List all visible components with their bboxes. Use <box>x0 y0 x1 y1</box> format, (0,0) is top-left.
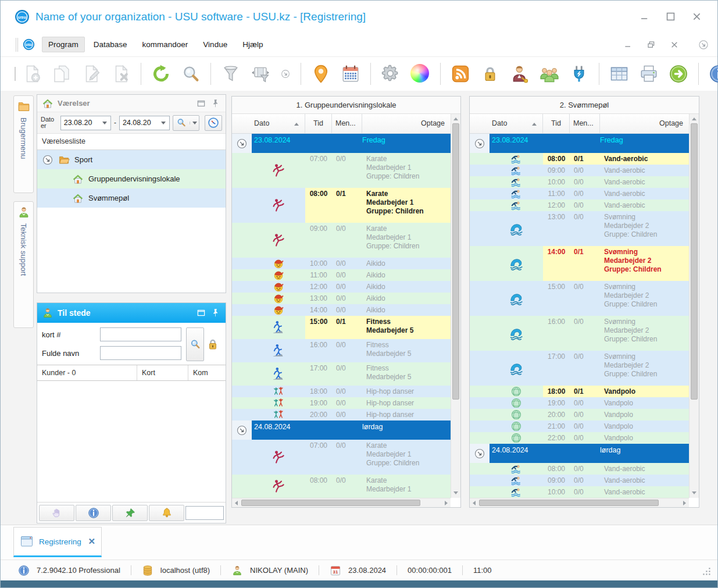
schedule-date-row[interactable]: 24.08.2024lørdag <box>232 420 451 440</box>
vertical-scrollbar[interactable] <box>689 114 699 498</box>
date-to-combobox[interactable]: 24.08.20 <box>119 116 170 130</box>
column-header-optage[interactable]: Optage <box>362 114 451 133</box>
filter-button[interactable] <box>217 60 244 87</box>
schedule-slot-row[interactable]: 12:000/0Aikido <box>232 281 451 293</box>
scrollbar-thumb[interactable] <box>479 500 659 506</box>
user-access-button[interactable] <box>506 60 533 87</box>
schedule-slot-row[interactable]: 16:000/0SvømningMedarbejder 2Gruppe: Chi… <box>470 316 689 351</box>
sidebar-tab-teknisk-support[interactable]: Teknisk support <box>13 201 34 328</box>
rooms-list-header[interactable]: Værelsesliste <box>37 134 226 150</box>
schedule-date-row[interactable]: 23.08.2024Fredag <box>232 134 451 153</box>
schedule-slot-row[interactable]: 15:000/1FitnessMedarbejder 5 <box>232 316 451 339</box>
schedule-slot-row[interactable]: 14:000/1SvømningMedarbejder 2Gruppe: Chi… <box>470 246 689 281</box>
lock-button[interactable] <box>477 60 503 87</box>
schedule-slot-row[interactable]: 11:000/0Aikido <box>232 269 451 281</box>
mdi-restore-icon[interactable] <box>646 40 656 49</box>
plugin-button[interactable] <box>566 60 592 87</box>
schedule-slot-row[interactable]: 22:000/0Vandpolo <box>470 432 689 444</box>
schedule-slot-row[interactable]: 17:000/0SvømningMedarbejder 2Gruppe: Chi… <box>470 351 689 386</box>
table-view-button[interactable] <box>606 60 633 87</box>
schedule-slot-row[interactable]: 07:000/0KarateMedarbejder 1Gruppe: Child… <box>232 153 451 188</box>
expand-arrow-icon[interactable] <box>42 154 53 166</box>
schedule-slot-row[interactable]: 12:000/0Vand-aerobic <box>470 199 689 211</box>
column-header-dato[interactable]: Dato <box>232 114 305 133</box>
schedule-slot-row[interactable]: 08:000/1KarateMedarbejder 1Gruppe: Child… <box>232 188 451 223</box>
search-split-button[interactable] <box>173 115 199 131</box>
info-button[interactable] <box>76 505 111 521</box>
drag-handle[interactable] <box>16 38 18 52</box>
schedule-slot-row[interactable]: 17:000/0FitnessMedarbejder 5 <box>232 362 451 386</box>
column-header-kunder[interactable]: Kunder - 0 <box>37 365 137 380</box>
expand-arrow-icon[interactable] <box>474 448 485 459</box>
schedule-slot-row[interactable]: 19:000/0Vandpolo <box>470 397 689 409</box>
toolbar-overflow-button[interactable] <box>277 60 294 87</box>
settings-button[interactable] <box>377 60 404 87</box>
tree-item-gruppeundervisningslokale[interactable]: Gruppeundervisningslokale <box>37 169 226 188</box>
bell-button[interactable] <box>149 505 184 521</box>
expand-arrow-icon[interactable] <box>236 138 248 149</box>
card-number-input[interactable] <box>100 327 181 341</box>
schedule-date-row[interactable]: 23.08.2024Fredag <box>470 134 689 153</box>
schedule-slot-row[interactable]: 11:000/0Vand-aerobic <box>470 188 689 199</box>
column-header-optage[interactable]: Optage <box>600 114 689 133</box>
presence-footer-input[interactable] <box>185 506 224 520</box>
appearance-button[interactable] <box>407 60 434 87</box>
scrollbar-thumb[interactable] <box>691 123 698 400</box>
filter-panel-button[interactable] <box>247 60 274 87</box>
column-header-tid[interactable]: Tid <box>543 114 570 133</box>
scrollbar-thumb[interactable] <box>241 500 420 506</box>
menu-overflow-icon[interactable] <box>698 39 709 51</box>
schedule-slot-row[interactable]: 20:000/0Vandpolo <box>470 409 689 420</box>
schedule-slot-row[interactable]: 08:000/0Vand-aerobic <box>470 463 689 475</box>
schedule-slot-row[interactable]: 14:000/0Aikido <box>232 304 451 316</box>
horizontal-scrollbar[interactable] <box>470 498 689 507</box>
presence-search-button[interactable] <box>186 327 204 361</box>
copy-record-button[interactable] <box>48 60 75 87</box>
chevron-down-icon[interactable] <box>102 122 107 124</box>
full-name-input[interactable] <box>100 346 181 360</box>
schedule-slot-row[interactable]: 13:000/0SvømningMedarbejder 2Gruppe: Chi… <box>470 211 689 246</box>
feed-button[interactable] <box>447 60 474 87</box>
schedule-date-row[interactable]: 24.08.2024lørdag <box>470 444 689 463</box>
schedule-slot-row[interactable]: 13:000/0Aikido <box>232 293 451 304</box>
column-header-men[interactable]: Men... <box>570 114 600 133</box>
column-header-tid[interactable]: Tid <box>305 114 332 133</box>
schedule-slot-row[interactable]: 09:000/0KarateMedarbejder 1Gruppe: Child… <box>232 223 451 258</box>
schedule-slot-row[interactable]: 10:000/0Aikido <box>232 258 451 269</box>
print-button[interactable] <box>635 60 662 87</box>
schedule-slot-row[interactable]: 08:000/1Vand-aerobic <box>470 153 689 165</box>
column-header-kort[interactable]: Kort <box>137 365 188 380</box>
menu-item-hjælp[interactable]: Hjælp <box>236 37 269 52</box>
user-group-button[interactable] <box>536 60 563 87</box>
date-from-combobox[interactable]: 23.08.20 <box>60 116 111 130</box>
menu-item-database[interactable]: Database <box>87 37 134 52</box>
schedule-slot-row[interactable]: 07:000/0KarateMedarbejder 1Gruppe: Child… <box>232 440 451 475</box>
hand-button[interactable] <box>39 505 74 521</box>
column-header-men[interactable]: Men... <box>332 114 362 133</box>
close-icon[interactable] <box>691 11 702 22</box>
schedule-slot-row[interactable]: 20:000/0Hip-hop danser <box>232 409 451 420</box>
toolbar-drag-handle[interactable] <box>15 67 16 81</box>
tab-close-icon[interactable]: ✕ <box>88 536 95 547</box>
pin-button[interactable] <box>112 505 148 521</box>
menu-item-vindue[interactable]: Vindue <box>197 37 234 52</box>
expand-arrow-icon[interactable] <box>236 425 248 436</box>
panel-pin-icon[interactable] <box>210 98 221 109</box>
new-record-button[interactable] <box>19 60 45 87</box>
column-header-dato[interactable]: Dato <box>470 114 543 133</box>
schedule-slot-row[interactable]: 18:000/1Vandpolo <box>470 386 689 397</box>
schedule-slot-row[interactable]: 10:000/0Vand-aerobic <box>470 176 689 188</box>
schedule-slot-row[interactable]: 21:000/0Vandpolo <box>470 420 689 432</box>
sidebar-tab-brugermenu[interactable]: Brugermenu <box>13 95 34 193</box>
maximize-icon[interactable] <box>665 11 676 22</box>
schedule-slot-row[interactable]: 09:000/0Vand-aerobic <box>470 475 689 486</box>
schedule-slot-row[interactable]: 16:000/0FitnessMedarbejder 5 <box>232 339 451 362</box>
panel-restore-icon[interactable] <box>196 308 206 318</box>
menu-item-kommandoer[interactable]: kommandoer <box>136 37 195 52</box>
schedule-slot-row[interactable]: 18:000/0Hip-hop danser <box>232 386 451 397</box>
menu-item-program[interactable]: Program <box>42 37 85 52</box>
clock-button[interactable] <box>205 115 222 131</box>
horizontal-scrollbar[interactable] <box>232 498 451 507</box>
location-button[interactable] <box>308 60 334 87</box>
schedule-slot-row[interactable]: 10:000/0Vand-aerobic <box>470 486 689 498</box>
